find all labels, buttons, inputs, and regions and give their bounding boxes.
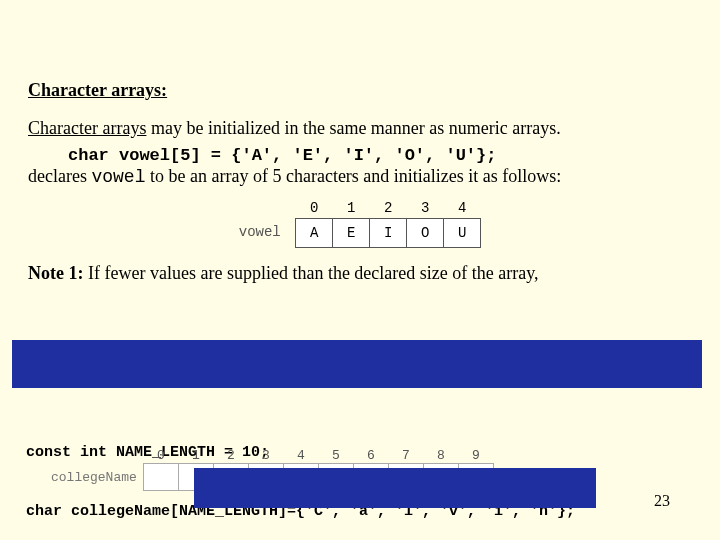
note1-text: If fewer values are supplied than the de… <box>88 263 539 283</box>
redaction-bar-2 <box>194 468 596 508</box>
college-idx-cell: 6 <box>353 448 388 464</box>
college-idx-cell: 2 <box>213 448 248 464</box>
college-idx-cell: 9 <box>458 448 493 464</box>
decl-suffix: to be an array of 5 characters and initi… <box>145 166 561 186</box>
vowel-cell: A <box>296 218 333 247</box>
vowel-cell: U <box>444 218 481 247</box>
vowel-idx-cell: 2 <box>370 200 407 219</box>
vowel-idx-cell: 1 <box>333 200 370 219</box>
college-index-row: 0 1 2 3 4 5 6 7 8 9 <box>50 448 493 464</box>
intro-rest: may be initialized in the same manner as… <box>146 118 560 138</box>
vowel-array-label: vowel <box>239 224 281 240</box>
college-idx-cell: 1 <box>178 448 213 464</box>
vowel-index-row: 0 1 2 3 4 <box>296 200 481 219</box>
code-vowel-decl: char vowel[5] = {'A', 'E', 'I', 'O', 'U'… <box>68 146 692 165</box>
vowel-cell: E <box>333 218 370 247</box>
vowel-cell: O <box>407 218 444 247</box>
decl-line: declares vowel to be an array of 5 chara… <box>28 165 692 189</box>
vowel-idx-cell: 4 <box>444 200 481 219</box>
redaction-bar-1 <box>12 340 702 388</box>
section-heading: Character arrays: <box>28 80 692 101</box>
vowel-cell: I <box>370 218 407 247</box>
note1: Note 1: If fewer values are supplied tha… <box>28 262 692 285</box>
college-idx-cell: 4 <box>283 448 318 464</box>
college-idx-cell: 5 <box>318 448 353 464</box>
note1-label: Note 1: <box>28 263 88 283</box>
vowel-idx-cell: 3 <box>407 200 444 219</box>
intro-underline: Character arrays <box>28 118 146 138</box>
page-number: 23 <box>654 492 670 510</box>
vowel-diagram: vowel 0 1 2 3 4 A E I O U <box>28 200 692 248</box>
college-idx-cell: 7 <box>388 448 423 464</box>
decl-prefix: declares <box>28 166 91 186</box>
vowel-value-row: A E I O U <box>296 218 481 247</box>
college-idx-cell: 0 <box>143 448 178 464</box>
college-idx-cell: 3 <box>248 448 283 464</box>
intro-line: Character arrays may be initialized in t… <box>28 117 692 140</box>
college-array-label: collegeName <box>50 464 143 491</box>
college-cell <box>143 464 178 491</box>
college-idx-cell: 8 <box>423 448 458 464</box>
decl-vowel-token: vowel <box>91 167 145 187</box>
vowel-idx-cell: 0 <box>296 200 333 219</box>
